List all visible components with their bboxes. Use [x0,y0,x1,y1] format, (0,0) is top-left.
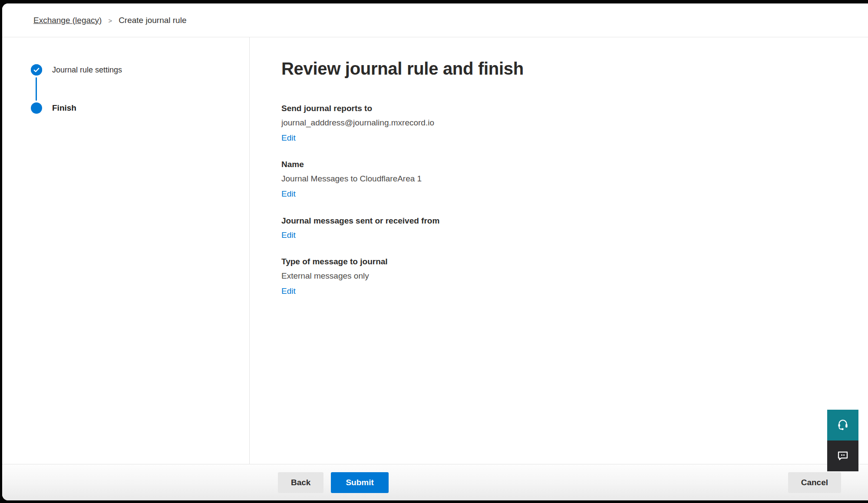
breadcrumb-exchange-legacy[interactable]: Exchange (legacy) [33,16,102,25]
breadcrumb: Exchange (legacy) > Create journal rule [33,16,186,25]
help-support-button[interactable] [827,410,858,441]
app-window: Exchange (legacy) > Create journal rule … [2,3,868,500]
step-finish[interactable]: Finish [31,102,249,114]
step-label-finish: Finish [52,103,76,113]
breadcrumb-chevron-icon: > [108,17,112,24]
body-row: Journal rule settings Finish Review jour… [2,37,868,464]
section-label: Name [281,160,851,169]
section-label: Type of message to journal [281,257,851,266]
step-current-dot-icon [31,102,42,114]
step-journal-rule-settings[interactable]: Journal rule settings [31,64,249,76]
rule-name-value: Journal Messages to CloudflareArea 1 [281,173,851,184]
floating-action-stack [827,410,858,471]
chat-icon [836,448,850,464]
wizard-footer: Back Submit Cancel [2,464,868,500]
step-connector-line [36,77,37,101]
message-type-value: External messages only [281,270,851,282]
edit-send-journal-reports-link[interactable]: Edit [281,132,296,144]
top-header: Exchange (legacy) > Create journal rule [2,3,868,37]
section-type-of-message: Type of message to journal External mess… [281,257,851,296]
main-content: Review journal rule and finish Send jour… [250,37,868,464]
page-title: Review journal rule and finish [281,59,851,79]
section-journal-messages-sent-or-received: Journal messages sent or received from E… [281,216,851,241]
breadcrumb-create-journal-rule: Create journal rule [119,16,186,25]
section-label: Send journal reports to [281,104,851,113]
edit-name-link[interactable]: Edit [281,188,296,200]
section-name: Name Journal Messages to CloudflareArea … [281,160,851,199]
journal-report-address-value: journal_adddress@journaling.mxrecord.io [281,117,851,128]
edit-journal-scope-link[interactable]: Edit [281,230,296,241]
cancel-button[interactable]: Cancel [788,472,841,493]
feedback-button[interactable] [827,441,858,471]
section-send-journal-reports-to: Send journal reports to journal_adddress… [281,104,851,143]
wizard-steps-panel: Journal rule settings Finish [2,37,250,464]
back-button[interactable]: Back [278,472,323,493]
headset-icon [836,418,850,433]
step-label-journal-rule-settings: Journal rule settings [52,66,122,75]
edit-message-type-link[interactable]: Edit [281,286,296,297]
step-completed-check-icon [31,64,42,76]
section-label: Journal messages sent or received from [281,216,851,226]
submit-button[interactable]: Submit [331,472,388,493]
